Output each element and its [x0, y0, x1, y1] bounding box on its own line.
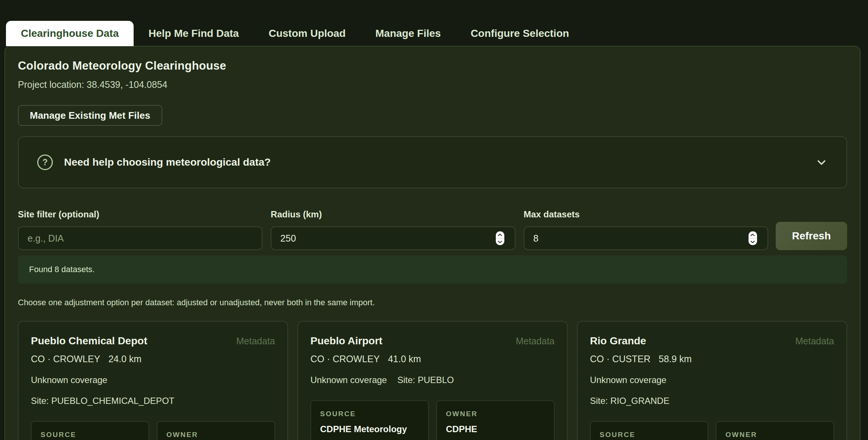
max-datasets-stepper[interactable] [749, 232, 757, 245]
stepper-up-icon[interactable] [496, 232, 504, 239]
owner-box: OWNER [716, 421, 834, 440]
dataset-distance: 41.0 km [388, 354, 421, 364]
dataset-region: CO · CROWLEY [310, 354, 380, 364]
owner-box: OWNER [157, 421, 275, 440]
owner-label: OWNER [446, 410, 545, 418]
metadata-link[interactable]: Metadata [516, 336, 555, 347]
max-datasets-label: Max datasets [524, 209, 768, 220]
refresh-button[interactable]: Refresh [776, 222, 847, 250]
metadata-link[interactable]: Metadata [795, 336, 834, 347]
dataset-title: Pueblo Airport [310, 335, 382, 347]
site-filter-label: Site filter (optional) [18, 209, 262, 220]
dataset-title: Rio Grande [590, 335, 646, 347]
metadata-link[interactable]: Metadata [236, 336, 275, 347]
filter-row: Site filter (optional) Radius (km) [18, 209, 847, 250]
dataset-title: Pueblo Chemical Depot [31, 335, 147, 347]
tab-bar: Clearinghouse Data Help Me Find Data Cus… [4, 0, 584, 46]
dataset-card-pueblo-chemical-depot: Pueblo Chemical Depot Metadata CO · CROW… [18, 321, 288, 440]
project-location: Project location: 38.4539, -104.0854 [18, 79, 847, 90]
results-status: Found 8 datasets. [18, 255, 847, 284]
manage-existing-met-files-button[interactable]: Manage Existing Met Files [18, 105, 162, 126]
dataset-card-pueblo-airport: Pueblo Airport Metadata CO · CROWLEY 41.… [297, 321, 568, 440]
dataset-coverage: Unknown coverage [310, 375, 387, 385]
source-label: SOURCE [600, 431, 699, 439]
dataset-site: Site: PUEBLO [397, 375, 454, 385]
dataset-card-grid: Pueblo Chemical Depot Metadata CO · CROW… [18, 321, 847, 440]
site-filter-input[interactable] [18, 226, 262, 250]
radius-label: Radius (km) [271, 209, 515, 220]
owner-label: OWNER [166, 431, 265, 439]
results-status-text: Found 8 datasets. [29, 265, 95, 274]
dataset-distance: 24.0 km [108, 354, 141, 364]
site-filter-field: Site filter (optional) [18, 209, 262, 250]
max-datasets-input[interactable] [524, 226, 768, 250]
source-box: SOURCE [590, 421, 708, 440]
tab-manage-files[interactable]: Manage Files [361, 21, 456, 46]
radius-input[interactable] [271, 226, 515, 250]
owner-box: OWNER CDPHE [436, 400, 555, 440]
help-accordion[interactable]: ? Need help choosing meteorological data… [18, 136, 847, 188]
help-accordion-title: Need help choosing meteorological data? [64, 156, 815, 168]
source-box: SOURCE CDPHE Meteorology [310, 400, 429, 440]
dataset-site: Site: PUEBLO_CHEMICAL_DEPOT [31, 396, 174, 406]
source-label: SOURCE [320, 410, 419, 418]
radius-stepper[interactable] [496, 232, 504, 245]
tab-custom-upload[interactable]: Custom Upload [254, 21, 361, 46]
max-datasets-field: Max datasets [524, 209, 768, 250]
radius-field: Radius (km) [271, 209, 515, 250]
page-title: Colorado Meteorology Clearinghouse [18, 59, 847, 73]
tab-clearinghouse-data[interactable]: Clearinghouse Data [6, 21, 134, 46]
dataset-distance: 58.9 km [659, 354, 692, 364]
source-value: CDPHE Meteorology [320, 424, 419, 434]
dataset-region: CO · CROWLEY [31, 354, 100, 364]
owner-value: CDPHE [446, 424, 545, 434]
question-circle-icon: ? [37, 154, 53, 170]
adjustment-note: Choose one adjustment option per dataset… [18, 298, 847, 307]
stepper-up-icon[interactable] [749, 232, 757, 239]
source-box: SOURCE [31, 421, 149, 440]
source-label: SOURCE [41, 431, 140, 439]
clearinghouse-panel: Colorado Meteorology Clearinghouse Proje… [4, 46, 861, 440]
tab-configure-selection[interactable]: Configure Selection [456, 21, 584, 46]
dataset-region: CO · CUSTER [590, 354, 651, 364]
chevron-down-icon[interactable] [815, 156, 828, 169]
dataset-card-rio-grande: Rio Grande Metadata CO · CUSTER 58.9 km … [577, 321, 847, 440]
tab-help-me-find-data[interactable]: Help Me Find Data [134, 21, 254, 46]
dataset-coverage: Unknown coverage [590, 375, 666, 385]
owner-label: OWNER [725, 431, 824, 439]
dataset-site: Site: RIO_GRANDE [590, 396, 669, 406]
dataset-coverage: Unknown coverage [31, 375, 107, 385]
